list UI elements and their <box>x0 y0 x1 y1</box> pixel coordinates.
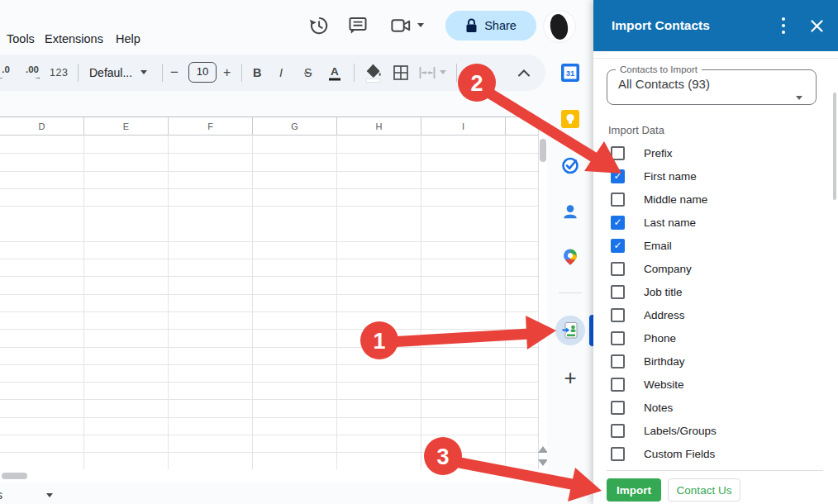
checkbox-website[interactable] <box>611 378 625 392</box>
merge-cells-icon[interactable] <box>418 66 436 79</box>
checkbox-custom-fields[interactable] <box>611 447 625 461</box>
maps-icon[interactable] <box>561 248 579 266</box>
strikethrough-button[interactable]: S <box>304 66 312 79</box>
toolbar-divider <box>241 64 242 82</box>
column-header-d[interactable]: D <box>0 117 84 136</box>
import-field-row: Middle name <box>593 188 838 211</box>
import-field-row: Website <box>593 373 838 396</box>
menu-item-help[interactable]: Help <box>116 32 140 45</box>
bold-button[interactable]: B <box>253 66 261 79</box>
comments-icon[interactable] <box>347 15 369 36</box>
italic-button[interactable]: I <box>279 66 283 79</box>
checkbox-notes[interactable] <box>611 401 625 415</box>
increase-decimal-button[interactable]: .00→ <box>21 65 43 81</box>
checkbox-labels-groups[interactable] <box>611 424 625 438</box>
collapse-toolbar-icon[interactable] <box>517 69 531 77</box>
account-avatar[interactable] <box>543 10 576 43</box>
import-data-heading: Import Data <box>608 124 664 136</box>
toolbar-divider <box>78 64 79 82</box>
vertical-scrollbar-thumb[interactable] <box>540 139 546 162</box>
grid-right-border <box>538 117 539 469</box>
fill-color-icon[interactable] <box>364 62 382 83</box>
checkbox-company[interactable] <box>611 262 625 276</box>
checkbox-middle-name[interactable] <box>611 193 625 207</box>
sheet-tab-caret[interactable] <box>46 493 53 497</box>
import-field-row: Labels/Groups <box>593 419 838 442</box>
contacts-to-import-label: Contacts to Import <box>616 64 702 74</box>
field-label: Website <box>644 378 684 391</box>
toolbar-divider <box>354 64 355 82</box>
calendar-icon[interactable]: 31 <box>561 64 579 82</box>
checkbox-birthday[interactable] <box>611 354 625 368</box>
column-header-f[interactable]: F <box>169 117 253 136</box>
toolbar-divider <box>456 64 457 82</box>
checkbox-address[interactable] <box>611 308 625 322</box>
import-field-row: Company <box>593 257 838 280</box>
sheet-tab-label[interactable]: s <box>0 488 2 502</box>
panel-scrollbar-thumb[interactable] <box>833 93 836 200</box>
field-label: Last name <box>644 216 696 229</box>
keep-icon[interactable] <box>561 110 579 128</box>
checkbox-job-title[interactable] <box>611 285 625 299</box>
version-history-icon[interactable] <box>307 15 329 36</box>
panel-menu-button[interactable] <box>772 14 795 37</box>
import-field-row: Notes <box>593 396 838 419</box>
camera-dropdown-caret[interactable] <box>417 23 424 27</box>
horizontal-scrollbar-thumb[interactable] <box>2 473 27 479</box>
contacts-icon[interactable] <box>561 202 579 221</box>
number-format-button[interactable]: 123 <box>50 67 68 78</box>
import-button[interactable]: Import <box>607 478 661 502</box>
field-label: First name <box>644 170 697 183</box>
formatting-toolbar: .0← .00→ 123 Defaul... − 10 + B I S A <box>0 55 545 91</box>
font-size-input[interactable]: 10 <box>188 62 217 83</box>
import-field-row: Email <box>593 234 838 257</box>
field-label: Labels/Groups <box>644 425 717 437</box>
checkbox-checked-last-name[interactable] <box>611 216 625 230</box>
field-label: Prefix <box>644 147 673 159</box>
field-label: Company <box>644 263 692 275</box>
decrease-decimal-button[interactable]: .0← <box>0 65 17 81</box>
column-headers[interactable]: DEFGHI <box>0 117 538 136</box>
close-icon <box>811 20 823 32</box>
field-label: Middle name <box>644 193 707 206</box>
tasks-icon[interactable] <box>561 156 579 174</box>
grid-cells[interactable] <box>0 136 538 469</box>
menu-item-extensions[interactable]: Extensions <box>45 32 103 45</box>
contact-us-button[interactable]: Contact Us <box>668 478 740 502</box>
panel-close-button[interactable] <box>805 14 828 37</box>
font-dropdown-caret[interactable] <box>140 70 147 74</box>
increase-font-size-button[interactable]: + <box>223 65 231 80</box>
import-field-row: Job title <box>593 280 838 303</box>
google-sheets-window: Tools Extensions Help Share .0← .00→ 123 <box>0 0 838 504</box>
checkbox-phone[interactable] <box>611 331 625 345</box>
import-field-row: Prefix <box>593 141 838 164</box>
column-header-e[interactable]: E <box>84 117 169 136</box>
merge-dropdown-caret[interactable] <box>440 70 446 74</box>
borders-icon[interactable] <box>393 65 408 80</box>
contacts-to-import-select[interactable]: Contacts to Import All Contacts (93) <box>607 64 817 105</box>
menu-item-tools[interactable]: Tools <box>7 32 35 45</box>
checkbox-checked-email[interactable] <box>611 239 625 253</box>
rail-divider <box>559 292 582 293</box>
import-contacts-addon-button[interactable] <box>555 316 585 345</box>
import-fields-list: PrefixFirst nameMiddle nameLast nameEmai… <box>593 141 838 465</box>
import-field-row: Address <box>593 303 838 326</box>
field-label: Notes <box>644 402 673 414</box>
checkbox-prefix[interactable] <box>611 146 625 160</box>
get-add-ons-button[interactable]: + <box>564 365 576 391</box>
column-header-g[interactable]: G <box>253 117 337 136</box>
checkbox-checked-first-name[interactable] <box>611 169 625 183</box>
text-color-button[interactable]: A <box>329 65 340 81</box>
column-header-h[interactable]: H <box>337 117 421 136</box>
column-header-i[interactable]: I <box>421 117 506 136</box>
column-header-partial[interactable] <box>506 117 538 136</box>
font-family-selector[interactable]: Defaul... <box>89 66 132 79</box>
share-button[interactable]: Share <box>445 11 536 40</box>
field-label: Job title <box>644 286 683 298</box>
import-field-row: Birthday <box>593 349 838 373</box>
field-label: Custom Fields <box>644 448 715 460</box>
meet-camera-icon[interactable] <box>390 15 412 36</box>
import-contacts-panel: Import Contacts Contacts to Import All C… <box>593 0 838 504</box>
decrease-font-size-button[interactable]: − <box>170 64 179 81</box>
import-field-row: Custom Fields <box>593 442 838 465</box>
